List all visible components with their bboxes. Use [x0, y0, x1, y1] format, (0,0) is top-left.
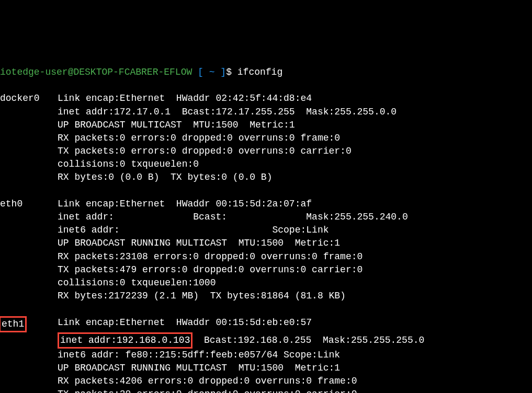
- highlight-interface-name: eth1: [0, 316, 27, 332]
- output-line: UP BROADCAST RUNNING MULTICAST MTU:1500 …: [0, 237, 532, 250]
- prompt-symbol: $: [226, 67, 232, 77]
- highlight-inet-addr: inet addr:192.168.0.103: [58, 332, 193, 349]
- terminal-output: iotedge-user@DESKTOP-FCABRER-EFLOW [ ~ ]…: [0, 53, 532, 393]
- output-line: TX packets:0 errors:0 dropped:0 overruns…: [0, 145, 532, 158]
- prompt-path: ~: [209, 67, 215, 77]
- output-line: TX packets:20 errors:0 dropped:0 overrun…: [0, 388, 532, 393]
- output-line: inet addr:172.17.0.1 Bcast:172.17.255.25…: [0, 106, 532, 119]
- output-line: inet6 addr: Scope:Link: [0, 224, 532, 237]
- output-line: RX packets:0 errors:0 dropped:0 overruns…: [0, 132, 532, 145]
- interface-name: eth1: [0, 316, 58, 332]
- output-line: TX packets:479 errors:0 dropped:0 overru…: [0, 263, 532, 276]
- output-detail: Bcast:192.168.0.255 Mask:255.255.255.0: [193, 335, 424, 345]
- prompt-bracket-close: ]: [220, 67, 226, 77]
- output-detail: Link encap:Ethernet HWaddr 00:15:5d:2a:0…: [58, 198, 312, 211]
- prompt-user: iotedge-user: [0, 67, 68, 77]
- output-line: UP BROADCAST RUNNING MULTICAST MTU:1500 …: [0, 362, 532, 375]
- blank-line: [0, 184, 532, 198]
- prompt-line[interactable]: iotedge-user@DESKTOP-FCABRER-EFLOW [ ~ ]…: [0, 66, 532, 79]
- output-line: RX packets:23108 errors:0 dropped:0 over…: [0, 250, 532, 263]
- blank-line: [0, 303, 532, 316]
- output-line: eth1Link encap:Ethernet HWaddr 00:15:5d:…: [0, 316, 532, 332]
- output-line: UP BROADCAST MULTICAST MTU:1500 Metric:1: [0, 119, 532, 132]
- prompt-host: DESKTOP-FCABRER-EFLOW: [73, 67, 192, 77]
- output-line: inet addr:192.168.0.103 Bcast:192.168.0.…: [0, 332, 532, 349]
- output-detail: Link encap:Ethernet HWaddr 00:15:5d:eb:e…: [58, 316, 312, 329]
- interfaces-output: docker0Link encap:Ethernet HWaddr 02:42:…: [0, 92, 532, 393]
- output-line: RX bytes:2172239 (2.1 MB) TX bytes:81864…: [0, 290, 532, 303]
- output-line: collisions:0 txqueuelen:1000: [0, 276, 532, 290]
- output-line: inet6 addr: fe80::215:5dff:feeb:e057/64 …: [0, 349, 532, 362]
- prompt-bracket-open: [: [198, 67, 203, 77]
- output-detail: Link encap:Ethernet HWaddr 02:42:5f:44:d…: [58, 92, 312, 105]
- interface-name: eth0: [0, 198, 58, 211]
- output-line: collisions:0 txqueuelen:0: [0, 158, 532, 171]
- output-line: RX packets:4206 errors:0 dropped:0 overr…: [0, 375, 532, 388]
- output-line: inet addr: Bcast: Mask:255.255.240.0: [0, 211, 532, 224]
- interface-name: docker0: [0, 92, 58, 105]
- typed-command: ifconfig: [237, 67, 282, 77]
- prompt-at: @: [68, 67, 74, 77]
- output-line: eth0Link encap:Ethernet HWaddr 00:15:5d:…: [0, 198, 532, 211]
- output-line: docker0Link encap:Ethernet HWaddr 02:42:…: [0, 92, 532, 105]
- output-line: RX bytes:0 (0.0 B) TX bytes:0 (0.0 B): [0, 171, 532, 184]
